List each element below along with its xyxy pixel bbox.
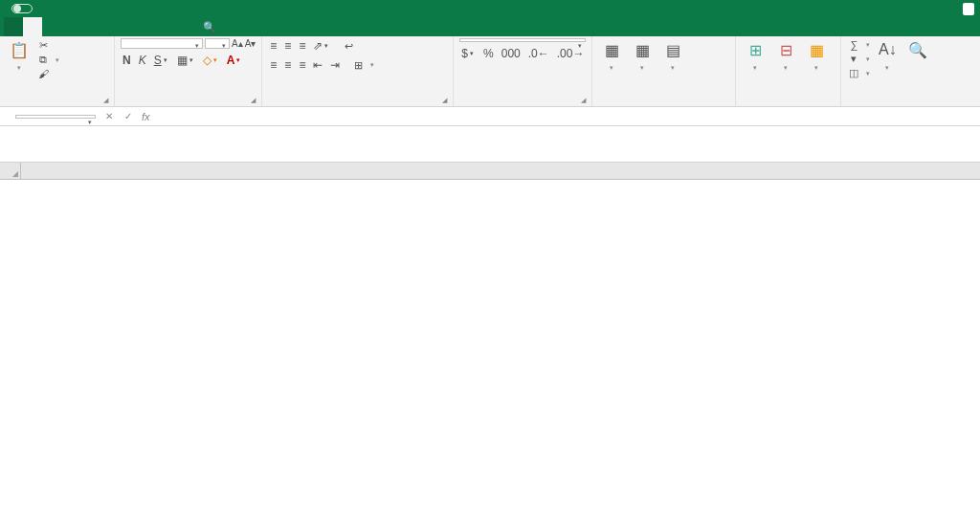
group-font: ◢ [121,104,256,106]
thousands-icon[interactable]: 000 [500,46,523,61]
align-right-icon[interactable]: ≡ [297,57,307,73]
align-middle-icon[interactable]: ≡ [282,38,293,54]
find-icon: 🔍 [908,40,927,59]
tab-archivo[interactable] [4,17,23,36]
shrink-font-icon[interactable]: A▾ [245,38,256,49]
table-icon: ▦ [633,40,652,59]
tab-insertar[interactable] [42,17,61,36]
accept-formula-icon[interactable]: ✓ [119,111,138,121]
cell-styles-button[interactable]: ▤ [659,38,686,74]
merge-icon: ⊞ [351,59,365,72]
tab-ayuda[interactable] [176,17,195,36]
align-center-icon[interactable]: ≡ [282,57,293,73]
group-cells [742,104,835,106]
copy-button[interactable]: ⧉ [36,53,59,67]
fill-button[interactable]: ▾ [847,52,870,66]
autosum-button[interactable]: ∑ [847,38,870,52]
copy-icon: ⧉ [36,54,50,66]
group-clipboard: ◢ [6,104,108,106]
signin-button[interactable] [963,3,974,15]
currency-icon[interactable]: $▾ [459,46,478,61]
tab-datos[interactable] [100,17,119,36]
conditional-format-button[interactable]: ▦ [598,38,625,74]
tab-vista[interactable] [138,17,157,36]
tab-diseno[interactable] [61,17,80,36]
underline-button[interactable]: S▾ [152,53,171,68]
cell-styles-icon: ▤ [663,40,682,59]
italic-button[interactable]: K [137,53,148,68]
wrap-icon: ↩ [342,40,355,53]
grow-font-icon[interactable]: A▴ [232,38,243,49]
delete-cells-button[interactable]: ⊟ [772,38,799,74]
eraser-icon: ◫ [847,67,860,79]
indent-increase-icon[interactable]: ⇥ [328,57,342,73]
sigma-icon: ∑ [847,39,860,51]
paste-icon: 📋 [10,40,29,59]
insert-cells-button[interactable]: ⊞ [742,38,768,74]
launcher-icon[interactable]: ◢ [103,97,108,104]
paste-button[interactable]: 📋 [6,38,33,74]
group-styles [598,104,729,106]
fx-icon[interactable]: fx [138,111,154,122]
merge-center-button[interactable]: ⊞ [351,57,374,73]
tab-programador[interactable] [157,17,176,36]
insert-icon: ⊞ [746,40,765,59]
clear-button[interactable]: ◫ [847,66,870,80]
align-left-icon[interactable]: ≡ [268,57,278,73]
fill-color-button[interactable]: ◇▾ [201,53,221,68]
group-editing [847,104,950,106]
sort-filter-button[interactable]: A↓ [874,38,901,74]
format-as-table-button[interactable]: ▦ [629,38,656,74]
cancel-formula-icon[interactable]: ✕ [100,111,119,121]
find-button[interactable]: 🔍 [904,38,931,63]
percent-icon[interactable]: % [481,46,496,61]
border-button[interactable]: ▦▾ [175,53,197,68]
font-color-button[interactable]: A▾ [225,53,245,68]
cut-icon: ✂ [36,39,50,52]
group-alignment: ◢ [268,104,447,106]
format-icon: ▦ [807,40,826,59]
search-icon: 🔍 [203,21,216,33]
inc-decimal-icon[interactable]: .0← [526,46,551,61]
tab-revisar[interactable] [119,17,138,36]
cond-format-icon: ▦ [602,40,621,59]
font-name-select[interactable] [121,38,203,49]
bold-button[interactable]: N [121,53,133,68]
autosave-toggle[interactable] [8,4,33,13]
format-painter-button[interactable]: 🖌 [36,67,59,80]
delete-icon: ⊟ [776,40,795,59]
tab-formulas[interactable] [80,17,100,36]
font-size-select[interactable] [205,38,230,49]
formula-bar-input[interactable] [154,107,980,125]
group-number: ◢ [459,104,586,106]
sort-icon: A↓ [878,40,897,59]
fill-icon: ▾ [847,53,860,65]
format-cells-button[interactable]: ▦ [803,38,830,74]
orientation-icon[interactable]: ⇗▾ [311,38,332,54]
brush-icon: 🖌 [36,68,50,79]
number-format-select[interactable] [459,38,586,42]
search-box[interactable]: 🔍 [195,17,228,36]
cut-button[interactable]: ✂ [36,38,59,53]
indent-decrease-icon[interactable]: ⇤ [311,57,324,73]
select-all-button[interactable] [0,163,21,179]
wrap-text-button[interactable]: ↩ [342,38,358,54]
align-bottom-icon[interactable]: ≡ [297,38,307,54]
tab-inicio[interactable] [23,17,42,36]
name-box[interactable] [15,115,96,119]
align-top-icon[interactable]: ≡ [268,38,278,54]
